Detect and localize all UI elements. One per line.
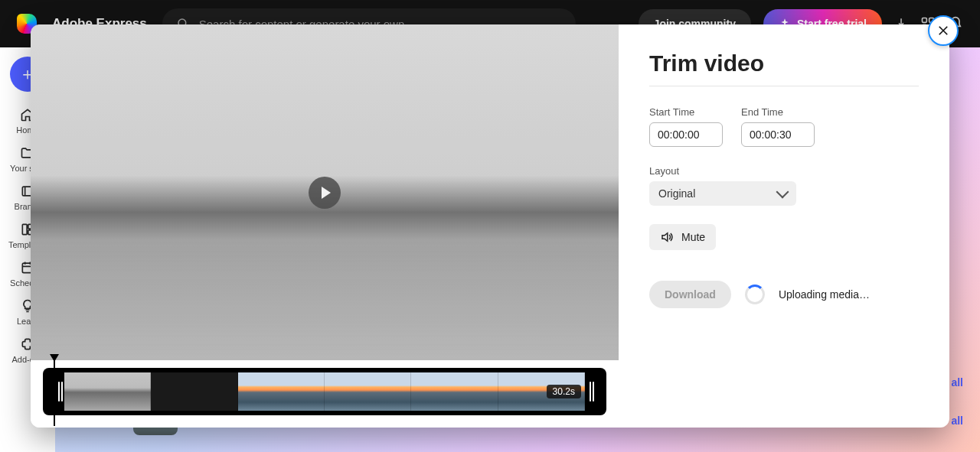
- settings-pane: Trim video Start Time End Time Layout Or…: [619, 24, 949, 428]
- close-icon: [936, 24, 950, 37]
- timeline-frame: [64, 372, 151, 411]
- mute-label: Mute: [681, 231, 705, 243]
- timeline-track[interactable]: 30.2s: [64, 371, 585, 412]
- divider: [649, 86, 919, 86]
- play-button[interactable]: [309, 177, 341, 209]
- trim-handle-start[interactable]: [54, 371, 64, 412]
- spinner-icon: [745, 285, 765, 304]
- timeline-frame: [325, 372, 411, 411]
- download-button: Download: [649, 281, 731, 308]
- layout-value: Original: [658, 187, 695, 200]
- play-icon: [322, 187, 331, 199]
- trim-video-modal: 30.2s Trim video Start Time End Time: [31, 24, 949, 428]
- timeline-container: 30.2s: [31, 360, 619, 428]
- end-time-label: End Time: [741, 106, 815, 118]
- layout-select[interactable]: Original: [649, 181, 796, 206]
- speaker-icon: [660, 230, 674, 244]
- start-time-label: Start Time: [649, 106, 723, 118]
- timeline-frame: [238, 372, 325, 411]
- uploading-status: Uploading media…: [779, 288, 870, 301]
- end-time-input[interactable]: [741, 122, 815, 147]
- modal-title: Trim video: [649, 50, 919, 76]
- download-row: Download Uploading media…: [649, 281, 919, 308]
- duration-badge: 30.2s: [547, 385, 581, 398]
- timeline-frame: [151, 372, 237, 411]
- close-button[interactable]: [928, 15, 959, 46]
- modal-overlay: 30.2s Trim video Start Time End Time: [0, 0, 980, 452]
- trim-handle-end[interactable]: [585, 371, 596, 412]
- start-time-input[interactable]: [649, 122, 723, 147]
- layout-label: Layout: [649, 165, 919, 177]
- video-preview[interactable]: [31, 24, 619, 360]
- chevron-down-icon: [776, 186, 789, 199]
- timeline-frame: [411, 372, 498, 411]
- timeline-frame: 30.2s: [498, 372, 585, 411]
- timeline[interactable]: 30.2s: [43, 368, 606, 415]
- preview-pane: 30.2s: [31, 24, 619, 428]
- mute-button[interactable]: Mute: [649, 224, 716, 250]
